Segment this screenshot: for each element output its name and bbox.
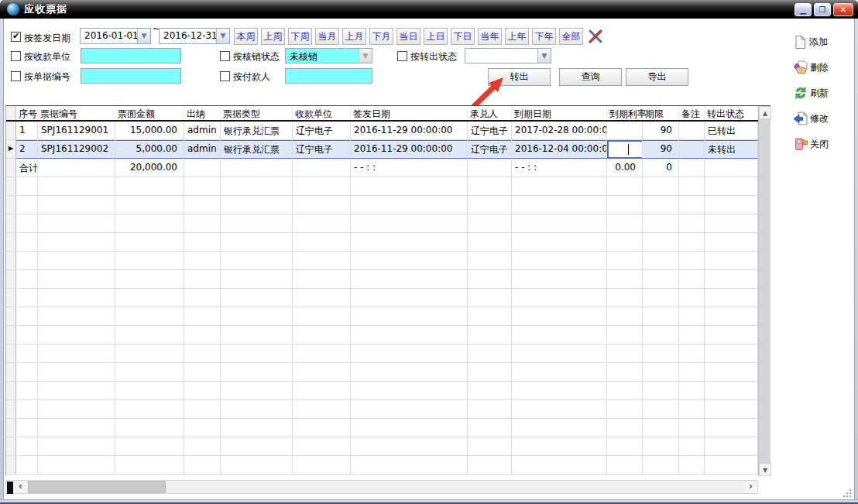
- column-header-4[interactable]: 票据类型: [221, 106, 293, 120]
- column-header-5[interactable]: 收款单位: [293, 106, 351, 120]
- vertical-scrollbar[interactable]: ▲ ▼: [758, 106, 770, 476]
- transfer-status-combobox[interactable]: ▼: [465, 48, 551, 63]
- row-indicator[interactable]: [6, 419, 16, 437]
- column-header-10[interactable]: 期限: [643, 106, 679, 120]
- column-header-2[interactable]: 票面金额: [115, 106, 184, 120]
- transfer-out-button[interactable]: 转出: [488, 68, 551, 86]
- docno-input[interactable]: [81, 68, 181, 84]
- filter-payer-checkbox[interactable]: [220, 71, 230, 81]
- chevron-down-icon[interactable]: ▼: [137, 29, 150, 43]
- quick-range-button-10[interactable]: 上年: [505, 28, 529, 45]
- column-header-3[interactable]: 出纳: [184, 106, 221, 120]
- hscroll-thumb[interactable]: [28, 481, 166, 493]
- grid-cell[interactable]: [679, 122, 705, 140]
- grid-cell[interactable]: [679, 140, 705, 159]
- side-button-edit[interactable]: 修改: [793, 109, 853, 128]
- chevron-down-icon[interactable]: ▼: [216, 29, 229, 43]
- grid-cell[interactable]: 1: [16, 122, 38, 140]
- row-indicator[interactable]: [6, 382, 16, 400]
- row-indicator[interactable]: [6, 270, 16, 289]
- grid-row-2[interactable]: ▶2SPJ1611290025,000.00admin银行承兑汇票辽宁电子201…: [6, 140, 758, 159]
- scroll-down-icon[interactable]: ▼: [759, 463, 771, 476]
- query-button[interactable]: 查询: [559, 68, 622, 86]
- grid-cell[interactable]: 2017-02-28 00:00:00: [512, 122, 607, 140]
- filter-date-checkbox[interactable]: [11, 32, 21, 42]
- grid-cell[interactable]: 未转出: [705, 140, 758, 159]
- quick-range-button-2[interactable]: 下周: [288, 28, 312, 45]
- side-button-refresh[interactable]: 刷新: [793, 84, 853, 102]
- column-header-11[interactable]: 备注: [679, 106, 705, 120]
- quick-range-button-5[interactable]: 下月: [369, 28, 393, 45]
- row-indicator[interactable]: [6, 456, 16, 475]
- row-indicator[interactable]: [6, 400, 16, 419]
- filter-transfer-checkbox[interactable]: [397, 51, 407, 61]
- grid-cell[interactable]: 辽宁电子: [468, 140, 512, 159]
- grid-cell[interactable]: 银行承兑汇票: [221, 140, 293, 159]
- grid-cell[interactable]: admin: [184, 122, 221, 140]
- minimize-button[interactable]: ▁: [795, 3, 812, 16]
- column-header-6[interactable]: 签发日期: [351, 106, 468, 120]
- filter-writeoff-checkbox[interactable]: [220, 51, 230, 61]
- row-indicator[interactable]: [6, 122, 16, 140]
- close-button[interactable]: ✕: [833, 3, 853, 16]
- quick-range-button-12[interactable]: 全部: [559, 28, 583, 45]
- grid-cell[interactable]: 已转出: [705, 122, 758, 140]
- row-indicator[interactable]: [6, 214, 16, 233]
- quick-range-button-7[interactable]: 上日: [424, 28, 448, 45]
- row-indicator[interactable]: [6, 177, 16, 196]
- quick-range-button-1[interactable]: 上周: [261, 28, 285, 45]
- column-header-1[interactable]: 票据编号: [38, 106, 115, 120]
- quick-range-button-8[interactable]: 下日: [451, 28, 475, 45]
- grid-cell[interactable]: 5,000.00: [115, 140, 184, 159]
- scroll-up-icon[interactable]: ▲: [759, 106, 771, 119]
- maximize-button[interactable]: ❒: [814, 3, 831, 16]
- grid-cell[interactable]: 辽宁电子: [293, 140, 351, 159]
- grid-splitter-handle[interactable]: [7, 482, 13, 494]
- side-button-add[interactable]: 添加: [793, 33, 853, 51]
- row-indicator[interactable]: [6, 345, 16, 363]
- row-indicator[interactable]: [6, 233, 16, 252]
- grid-cell[interactable]: SPJ161129001: [38, 122, 115, 140]
- row-indicator[interactable]: [6, 363, 16, 382]
- scroll-right-icon[interactable]: ›: [744, 481, 757, 493]
- horizontal-scrollbar[interactable]: ‹ ›: [5, 480, 758, 494]
- date-from-combobox[interactable]: 2016-01-01 ▼: [80, 28, 151, 44]
- filter-docno-checkbox[interactable]: [11, 71, 21, 81]
- side-button-close[interactable]: 关闭: [793, 135, 853, 153]
- column-header-0[interactable]: 序号: [16, 106, 38, 120]
- date-to-combobox[interactable]: 2016-12-31 ▼: [159, 28, 230, 44]
- scroll-left-icon[interactable]: ‹: [14, 481, 27, 493]
- grid-cell[interactable]: 2016-12-04 00:00:00: [512, 140, 607, 159]
- window-resize-grip[interactable]: [843, 489, 852, 498]
- quick-range-button-11[interactable]: 下年: [532, 28, 556, 45]
- quick-range-button-4[interactable]: 上月: [342, 28, 366, 45]
- row-indicator[interactable]: [6, 196, 16, 214]
- grid-cell[interactable]: 15,000.00: [115, 122, 184, 140]
- payee-input[interactable]: [81, 48, 181, 63]
- grid-row-1[interactable]: 1SPJ16112900115,000.00admin银行承兑汇票辽宁电子201…: [6, 122, 758, 140]
- cell-edit-box[interactable]: [607, 140, 643, 159]
- quick-range-button-3[interactable]: 当月: [315, 28, 339, 45]
- grid-cell[interactable]: 90: [643, 140, 679, 159]
- grid-cell[interactable]: 银行承兑汇票: [221, 122, 293, 140]
- grid-cell[interactable]: SPJ161129002: [38, 140, 115, 159]
- grid-cell[interactable]: 2: [16, 140, 38, 159]
- grid-cell[interactable]: [607, 140, 643, 159]
- grid-cell[interactable]: 2016-11-29 00:00:00: [351, 140, 468, 159]
- clear-filter-button[interactable]: [586, 29, 605, 44]
- grid-cell[interactable]: 辽宁电子: [468, 122, 512, 140]
- column-header-12[interactable]: 转出状态: [705, 106, 758, 120]
- grid-cell[interactable]: admin: [184, 140, 221, 159]
- column-header-8[interactable]: 到期日期: [512, 106, 607, 120]
- row-indicator-selected[interactable]: ▶: [6, 140, 16, 159]
- side-button-delete[interactable]: 删除: [793, 58, 853, 77]
- row-indicator[interactable]: [6, 437, 16, 456]
- column-header-7[interactable]: 承兑人: [468, 106, 512, 120]
- export-button[interactable]: 导出: [626, 68, 688, 86]
- column-header-9[interactable]: 到期利率: [607, 106, 643, 120]
- row-indicator[interactable]: [6, 307, 16, 326]
- row-indicator[interactable]: [6, 252, 16, 270]
- quick-range-button-6[interactable]: 当日: [396, 28, 420, 45]
- row-indicator[interactable]: [6, 289, 16, 307]
- writeoff-status-combobox[interactable]: 未核销 ▼: [285, 48, 372, 63]
